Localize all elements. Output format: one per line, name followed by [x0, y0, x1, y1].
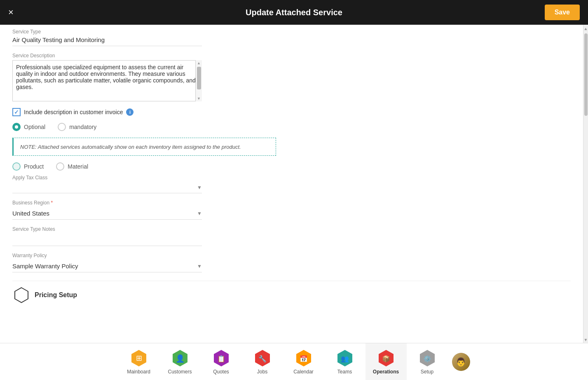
nav-item-setup[interactable]: ⚙️ Setup — [407, 343, 448, 380]
info-icon[interactable]: i — [126, 108, 134, 116]
product-radio-option[interactable]: Product — [12, 162, 44, 171]
service-description-value[interactable]: Professionals use specialized equipment … — [12, 60, 202, 101]
pricing-setup-section[interactable]: Pricing Setup — [12, 281, 571, 309]
svg-marker-0 — [15, 288, 28, 303]
nav-item-jobs[interactable]: 🔧 Jobs — [242, 343, 283, 380]
jobs-label: Jobs — [257, 369, 267, 375]
service-description-label: Service Description — [12, 53, 571, 59]
service-type-value: Air Quality Testing and Monitoring — [12, 36, 202, 46]
apply-tax-class-field: Apply Tax Class ▼ — [12, 175, 571, 193]
svg-text:📅: 📅 — [300, 355, 308, 363]
optional-radio-circle[interactable] — [12, 123, 21, 131]
optional-mandatory-row: Optional mandatory — [12, 123, 571, 131]
teams-icon: 👥 — [336, 349, 354, 367]
optional-label: Optional — [24, 124, 45, 130]
service-description-field: Service Description Professionals use sp… — [12, 53, 571, 101]
mandatory-radio-circle[interactable] — [58, 123, 66, 131]
svg-text:⊞: ⊞ — [136, 354, 142, 362]
svg-text:📋: 📋 — [217, 355, 225, 363]
service-type-notes-label: Service Type Notes — [12, 226, 571, 232]
nav-item-teams[interactable]: 👥 Teams — [324, 343, 365, 380]
warranty-policy-label: Warranty Policy — [12, 253, 571, 258]
pricing-setup-label: Pricing Setup — [35, 291, 77, 299]
service-type-label: Service Type — [12, 29, 571, 35]
optional-radio-option[interactable]: Optional — [12, 123, 45, 131]
apply-tax-class-dropdown[interactable]: ▼ — [12, 182, 202, 193]
operations-icon: 📦 — [377, 349, 395, 367]
product-material-row: Product Material — [12, 162, 571, 171]
business-region-label: Business Region * — [12, 200, 571, 206]
quotes-icon: 📋 — [212, 349, 230, 367]
customers-label: Customers — [168, 369, 192, 375]
note-box: NOTE: Attached services automatically sh… — [12, 138, 276, 156]
customers-icon: 👤 — [171, 349, 189, 367]
material-radio-circle[interactable] — [56, 162, 64, 171]
scroll-down-arrow[interactable]: ▼ — [584, 337, 588, 343]
warranty-policy-dropdown[interactable]: Sample Warranty Policy ▼ — [12, 260, 202, 272]
business-region-dropdown[interactable]: United States ▼ — [12, 207, 202, 220]
material-label: Material — [68, 163, 88, 170]
scroll-up-arrow[interactable]: ▲ — [584, 26, 588, 32]
page-scrollbar[interactable]: ▲ ▼ — [583, 25, 588, 343]
mainboard-icon: ⊞ — [130, 349, 148, 367]
nav-item-calendar[interactable]: 📅 Calendar — [283, 343, 324, 380]
jobs-icon: 🔧 — [253, 349, 272, 367]
page-title: Update Attached Service — [246, 8, 342, 17]
include-description-checkbox[interactable] — [12, 108, 21, 116]
main-content: Service Type Air Quality Testing and Mon… — [0, 25, 588, 343]
setup-label: Setup — [421, 369, 433, 375]
business-region-arrow-icon: ▼ — [197, 211, 202, 216]
material-radio-option[interactable]: Material — [56, 162, 88, 171]
include-description-row: Include description in customer invoice … — [12, 108, 571, 116]
pricing-setup-icon — [12, 286, 30, 304]
note-text: NOTE: Attached services automatically sh… — [20, 144, 241, 150]
svg-text:👥: 👥 — [341, 355, 349, 363]
business-region-value: United States — [12, 210, 49, 217]
service-type-notes-field: Service Type Notes — [12, 226, 571, 246]
svg-text:⚙️: ⚙️ — [423, 355, 431, 363]
teams-label: Teams — [337, 369, 352, 375]
calendar-icon: 📅 — [295, 349, 313, 367]
service-type-notes-input[interactable] — [12, 234, 202, 246]
header: × Update Attached Service Save — [0, 0, 588, 25]
svg-text:📦: 📦 — [382, 355, 390, 363]
save-button[interactable]: Save — [545, 5, 580, 20]
close-button[interactable]: × — [8, 8, 14, 17]
user-avatar[interactable]: 👨 — [452, 353, 470, 371]
quotes-label: Quotes — [213, 369, 229, 375]
setup-icon: ⚙️ — [418, 349, 436, 367]
form-area: Service Type Air Quality Testing and Mon… — [0, 25, 583, 343]
description-scrollbar: ▲ ▼ — [195, 60, 202, 101]
apply-tax-class-label: Apply Tax Class — [12, 175, 571, 181]
apply-tax-class-arrow-icon: ▼ — [197, 185, 202, 190]
nav-item-quotes[interactable]: 📋 Quotes — [201, 343, 242, 380]
calendar-label: Calendar — [293, 369, 314, 375]
operations-label: Operations — [373, 369, 399, 375]
product-radio-circle[interactable] — [12, 162, 21, 171]
service-type-field: Service Type Air Quality Testing and Mon… — [12, 29, 571, 46]
warranty-policy-field: Warranty Policy Sample Warranty Policy ▼ — [12, 253, 571, 272]
bottom-navigation: ⊞ Mainboard 👤 Customers 📋 Quotes 🔧 — [0, 343, 588, 380]
svg-text:🔧: 🔧 — [258, 355, 267, 363]
nav-item-customers[interactable]: 👤 Customers — [159, 343, 201, 380]
warranty-policy-value: Sample Warranty Policy — [12, 263, 78, 270]
warranty-policy-arrow-icon: ▼ — [197, 263, 202, 269]
product-label: Product — [24, 163, 44, 170]
scroll-thumb[interactable] — [584, 33, 588, 116]
svg-text:👤: 👤 — [176, 354, 185, 363]
business-region-field: Business Region * United States ▼ — [12, 200, 571, 220]
include-description-label: Include description in customer invoice — [24, 109, 123, 115]
nav-item-mainboard[interactable]: ⊞ Mainboard — [118, 343, 159, 380]
nav-item-operations[interactable]: 📦 Operations — [365, 343, 407, 380]
mandatory-radio-option[interactable]: mandatory — [58, 123, 96, 131]
mandatory-label: mandatory — [69, 124, 96, 130]
mainboard-label: Mainboard — [127, 369, 150, 375]
